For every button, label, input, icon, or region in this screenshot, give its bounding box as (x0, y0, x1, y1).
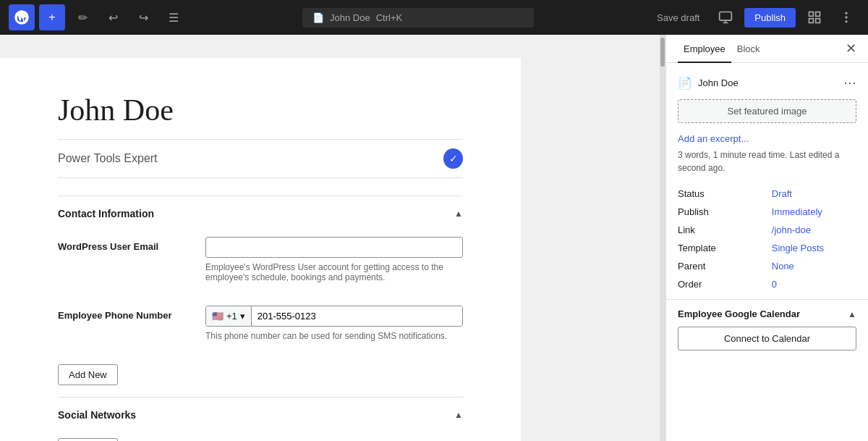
post-subtitle[interactable]: Power Tools Expert (58, 152, 443, 165)
svg-rect-1 (720, 12, 732, 21)
publish-link[interactable]: Immediately (772, 206, 822, 217)
google-calendar-toggle-icon: ▲ (848, 309, 856, 319)
link-label: Link (678, 221, 772, 239)
sidebar-post-icon: 📄 (678, 76, 692, 90)
add-new-button[interactable]: + (39, 4, 65, 30)
order-label: Order (678, 275, 772, 293)
meta-info-text: 3 words, 1 minute read time. Last edited… (678, 148, 856, 175)
main-layout: John Doe Power Tools Expert ✓ Contact In… (0, 35, 868, 441)
phone-row: Employee Phone Number 🇺🇸 +1 ▾ This phone… (58, 300, 463, 347)
contact-info-title: Contact Information (58, 208, 154, 219)
parent-row: Parent None (678, 257, 856, 275)
toolbar-center: 📄 John Doe Ctrl+K (192, 8, 644, 28)
sidebar: Employee Block ✕ 📄 John Doe ⋯ Set featur… (665, 35, 868, 441)
meta-table: Status Draft Publish Immediately Link /j… (678, 185, 856, 293)
svg-point-8 (846, 21, 847, 22)
link-value[interactable]: /john-doe (772, 221, 856, 239)
status-value[interactable]: Draft (772, 185, 856, 203)
parent-link[interactable]: None (772, 261, 794, 272)
undo-button[interactable]: ↩ (100, 4, 126, 30)
contact-info-toggle-icon: ▲ (454, 209, 463, 219)
toolbar-right: Save draft Publish (650, 4, 859, 30)
phone-input-wrapper: 🇺🇸 +1 ▾ (205, 306, 463, 327)
social-add-new-button[interactable]: Add New (58, 438, 118, 441)
phone-hint: This phone number can be used for sendin… (205, 331, 463, 341)
svg-rect-3 (816, 12, 820, 17)
editor-content: John Doe Power Tools Expert ✓ Contact In… (0, 58, 521, 441)
wp-email-input[interactable] (205, 237, 463, 258)
edit-tool-button[interactable]: ✏ (69, 4, 95, 30)
parent-label: Parent (678, 257, 772, 275)
flag-icon: 🇺🇸 (212, 311, 224, 322)
phone-label: Employee Phone Number (58, 306, 188, 321)
google-calendar-header[interactable]: Employee Google Calendar ▲ (678, 308, 856, 319)
scroll-indicator[interactable] (660, 35, 665, 441)
phone-number-input[interactable] (252, 306, 462, 326)
social-networks-title: Social Networks (58, 409, 136, 421)
tools-menu-button[interactable]: ☰ (161, 4, 187, 30)
order-link[interactable]: 0 (772, 279, 777, 290)
sidebar-close-button[interactable]: ✕ (846, 35, 856, 62)
redo-button[interactable]: ↪ (130, 4, 156, 30)
google-calendar-title: Employee Google Calendar (678, 308, 800, 319)
svg-point-7 (846, 17, 847, 18)
connect-calendar-button[interactable]: Connect to Calendar (678, 327, 856, 350)
settings-toggle-button[interactable] (801, 4, 827, 30)
contact-info-section-header[interactable]: Contact Information ▲ (58, 196, 463, 231)
dropdown-arrow-icon: ▾ (240, 311, 245, 322)
wp-email-field: Employee's WordPress User account for ge… (205, 237, 463, 282)
order-value[interactable]: 0 (772, 275, 856, 293)
link-row: Link /john-doe (678, 221, 856, 239)
sidebar-more-options-button[interactable]: ⋯ (843, 75, 856, 91)
contact-add-new-button[interactable]: Add New (58, 364, 118, 385)
google-calendar-section: Employee Google Calendar ▲ Connect to Ca… (666, 299, 868, 359)
svg-point-6 (846, 12, 847, 14)
toolbar: + ✏ ↩ ↪ ☰ 📄 John Doe Ctrl+K Save draft P… (0, 0, 868, 35)
wp-logo-icon[interactable] (9, 4, 35, 30)
social-networks-toggle-icon: ▲ (454, 410, 463, 420)
status-row: Status Draft (678, 185, 856, 203)
template-label: Template (678, 239, 772, 257)
wp-email-hint: Employee's WordPress User account for ge… (205, 262, 463, 282)
template-row: Template Single Posts (678, 239, 856, 257)
sidebar-body: 📄 John Doe ⋯ Set featured image Add an e… (666, 63, 868, 441)
title-search-wrapper[interactable]: 📄 John Doe Ctrl+K (302, 8, 534, 28)
phone-prefix-selector[interactable]: 🇺🇸 +1 ▾ (206, 306, 252, 326)
sidebar-post-header: 📄 John Doe ⋯ (678, 75, 856, 91)
publish-button[interactable]: Publish (744, 8, 796, 28)
more-options-button[interactable] (833, 4, 859, 30)
check-badge: ✓ (443, 148, 463, 169)
tab-block[interactable]: Block (731, 35, 766, 63)
template-link[interactable]: Single Posts (772, 243, 824, 253)
preview-button[interactable] (712, 4, 739, 30)
post-title-display: John Doe (330, 12, 370, 23)
country-code: +1 (226, 311, 237, 322)
phone-field: 🇺🇸 +1 ▾ This phone number can be used fo… (205, 306, 463, 341)
shortcut-hint: Ctrl+K (376, 12, 402, 23)
status-link[interactable]: Draft (772, 188, 792, 199)
sidebar-tabs: Employee Block ✕ (666, 35, 868, 63)
editor-wrapper: John Doe Power Tools Expert ✓ Contact In… (0, 35, 521, 441)
svg-rect-4 (816, 19, 820, 23)
wp-email-row: WordPress User Email Employee's WordPres… (58, 231, 463, 288)
add-excerpt-link[interactable]: Add an excerpt... (678, 133, 749, 144)
save-draft-button[interactable]: Save draft (650, 8, 707, 28)
set-featured-image-button[interactable]: Set featured image (678, 99, 856, 123)
scroll-thumb (660, 38, 665, 67)
document-icon: 📄 (312, 12, 324, 23)
parent-value[interactable]: None (772, 257, 856, 275)
editor-main: John Doe Power Tools Expert ✓ Contact In… (0, 35, 521, 441)
toolbar-left: + ✏ ↩ ↪ ☰ (9, 4, 187, 30)
svg-rect-2 (809, 12, 814, 17)
post-link[interactable]: /john-doe (772, 224, 811, 235)
tab-employee[interactable]: Employee (678, 35, 731, 63)
publish-value[interactable]: Immediately (772, 203, 856, 221)
publish-row: Publish Immediately (678, 203, 856, 221)
status-label: Status (678, 185, 772, 203)
template-value[interactable]: Single Posts (772, 239, 856, 257)
hero-section: John Doe Power Tools Expert ✓ (58, 93, 463, 178)
wp-email-label: WordPress User Email (58, 237, 188, 252)
social-networks-section-header[interactable]: Social Networks ▲ (58, 398, 463, 432)
post-title[interactable]: John Doe (58, 93, 463, 127)
publish-label: Publish (678, 203, 772, 221)
